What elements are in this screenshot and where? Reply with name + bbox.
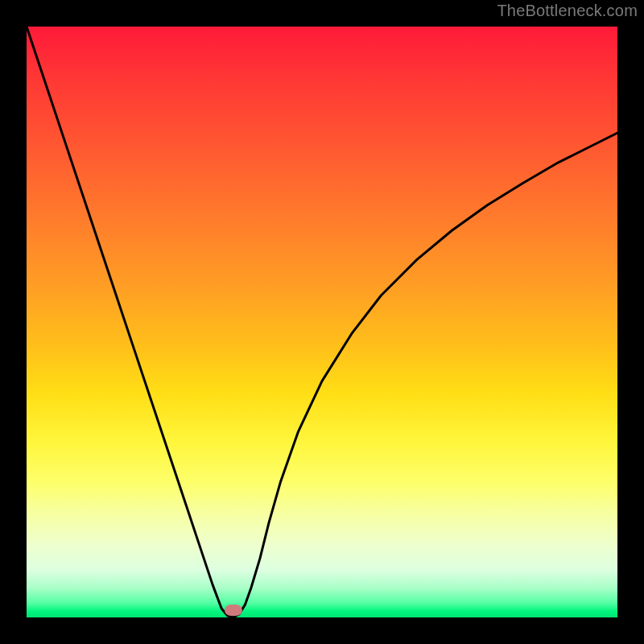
curve-svg [27,27,617,617]
watermark-text: TheBottleneck.com [497,2,638,20]
chart-frame: TheBottleneck.com [0,0,644,644]
min-marker [225,605,242,616]
plot-area [27,27,617,617]
bottleneck-curve [27,27,617,617]
